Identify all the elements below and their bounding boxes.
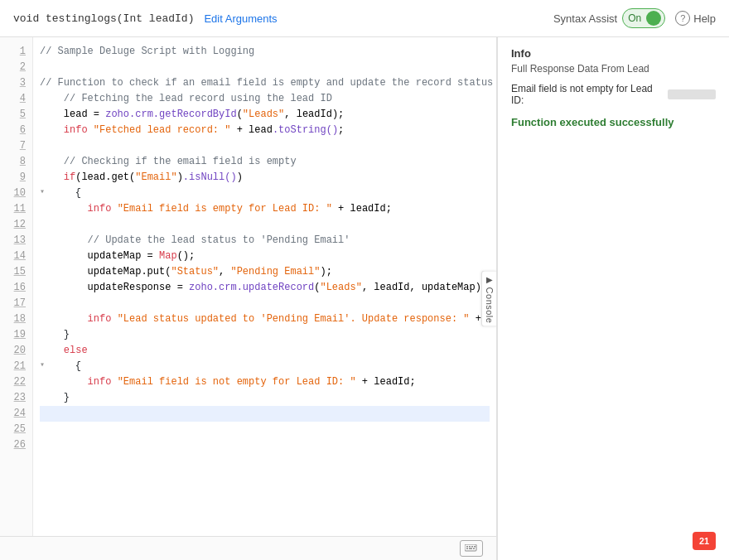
line-number[interactable]: 24 xyxy=(0,406,32,422)
code-line[interactable]: updateMap = Map(); xyxy=(40,249,490,264)
fold-indicator-icon[interactable]: ▾ xyxy=(40,186,50,199)
syntax-assist-toggle[interactable]: On xyxy=(622,8,665,28)
code-line[interactable] xyxy=(40,437,490,453)
console-label: Console xyxy=(485,287,495,323)
line-number[interactable]: 21 xyxy=(0,359,32,374)
function-signature: void testinglogs(Int leadId) xyxy=(13,12,194,25)
code-line[interactable]: // Sample Deluge Script with Logging xyxy=(40,44,490,60)
line-number[interactable]: 14 xyxy=(0,249,32,264)
console-arrow-icon: ▶ xyxy=(486,274,493,283)
line-number[interactable]: 7 xyxy=(0,138,32,154)
syntax-assist-label: Syntax Assist xyxy=(553,12,617,25)
line-numbers: 1234567891011121314151617181920212223242… xyxy=(0,37,33,536)
code-line[interactable]: info "Email field is empty for Lead ID: … xyxy=(40,201,490,217)
code-line[interactable] xyxy=(40,422,490,437)
main-content: 1234567891011121314151617181920212223242… xyxy=(0,37,729,560)
line-number[interactable]: 13 xyxy=(0,233,32,249)
line-number[interactable]: 25 xyxy=(0,422,32,437)
svg-rect-4 xyxy=(474,546,476,548)
top-bar: void testinglogs(Int leadId) Edit Argume… xyxy=(0,0,729,37)
panel-badge: 21 xyxy=(693,532,716,550)
line-number[interactable]: 10 xyxy=(0,186,32,201)
code-line[interactable] xyxy=(40,60,490,75)
line-number[interactable]: 23 xyxy=(0,390,32,406)
help-button[interactable]: ? Help xyxy=(675,11,716,26)
code-line[interactable]: ▾ { xyxy=(40,359,490,374)
svg-rect-7 xyxy=(473,548,475,550)
panel-email-value xyxy=(668,89,716,99)
code-line[interactable]: info "Email field is not empty for Lead … xyxy=(40,374,490,390)
line-number[interactable]: 20 xyxy=(0,343,32,359)
code-line[interactable]: updateResponse = zoho.crm.updateRecord("… xyxy=(40,280,490,296)
svg-rect-3 xyxy=(471,546,473,548)
line-number[interactable]: 26 xyxy=(0,437,32,453)
svg-rect-2 xyxy=(469,546,471,548)
code-line[interactable]: } xyxy=(40,327,490,343)
console-tab[interactable]: ▶ Console xyxy=(481,270,497,327)
panel-email-text: Email field is not empty for Lead ID: xyxy=(511,83,664,106)
line-number[interactable]: 18 xyxy=(0,311,32,327)
line-number[interactable]: 12 xyxy=(0,217,32,233)
code-line[interactable] xyxy=(40,217,490,233)
code-line[interactable]: info "Fetched lead record: " + lead.toSt… xyxy=(40,123,490,138)
edit-arguments-link[interactable]: Edit Arguments xyxy=(204,12,277,25)
keyboard-icon xyxy=(460,540,483,557)
svg-rect-0 xyxy=(465,544,476,551)
svg-rect-1 xyxy=(466,546,468,548)
syntax-assist-control: Syntax Assist On xyxy=(553,8,665,28)
panel-subtitle: Full Response Data From Lead xyxy=(511,63,716,75)
code-line[interactable]: lead = zoho.crm.getRecordById("Leads", l… xyxy=(40,107,490,123)
code-lines: // Sample Deluge Script with Logging// F… xyxy=(33,37,496,536)
line-number[interactable]: 22 xyxy=(0,374,32,390)
panel-title: Info xyxy=(511,47,716,60)
svg-rect-5 xyxy=(466,548,468,550)
help-label: Help xyxy=(693,12,716,25)
line-number[interactable]: 16 xyxy=(0,280,32,296)
fold-indicator-icon[interactable]: ▾ xyxy=(40,359,50,372)
line-number[interactable]: 4 xyxy=(0,91,32,107)
code-line[interactable] xyxy=(40,406,490,422)
line-number[interactable]: 1 xyxy=(0,44,32,60)
line-number[interactable]: 11 xyxy=(0,201,32,217)
code-line[interactable]: // Fetching the lead record using the le… xyxy=(40,91,490,107)
code-editor: 1234567891011121314151617181920212223242… xyxy=(0,37,497,560)
code-line[interactable]: ▾ { xyxy=(40,186,490,201)
code-line[interactable]: else xyxy=(40,343,490,359)
panel-email-line: Email field is not empty for Lead ID: xyxy=(511,83,716,106)
panel-bottom: 21 xyxy=(511,128,716,550)
line-number[interactable]: 19 xyxy=(0,327,32,343)
code-line[interactable] xyxy=(40,138,490,154)
code-line[interactable]: // Update the lead status to 'Pending Em… xyxy=(40,233,490,249)
toggle-knob xyxy=(646,11,661,26)
code-line[interactable] xyxy=(40,296,490,311)
code-line[interactable]: updateMap.put("Status", "Pending Email")… xyxy=(40,264,490,280)
line-number[interactable]: 17 xyxy=(0,296,32,311)
line-number[interactable]: 3 xyxy=(0,75,32,91)
line-number[interactable]: 6 xyxy=(0,123,32,138)
line-number[interactable]: 2 xyxy=(0,60,32,75)
success-message: Function executed successfully xyxy=(511,116,716,128)
code-line[interactable]: } xyxy=(40,390,490,406)
bottom-bar xyxy=(0,536,496,560)
code-line[interactable]: info "Lead status updated to 'Pending Em… xyxy=(40,311,490,327)
line-number[interactable]: 9 xyxy=(0,170,32,186)
code-container[interactable]: 1234567891011121314151617181920212223242… xyxy=(0,37,496,536)
svg-rect-6 xyxy=(469,548,472,550)
right-panel: Info Full Response Data From Lead Email … xyxy=(497,37,729,560)
code-line[interactable]: // Function to check if an email field i… xyxy=(40,75,490,91)
line-number[interactable]: 15 xyxy=(0,264,32,280)
code-line[interactable]: // Checking if the email field is empty xyxy=(40,154,490,170)
toggle-on-label: On xyxy=(626,12,643,24)
code-line[interactable]: if(lead.get("Email").isNull()) xyxy=(40,170,490,186)
console-handle[interactable]: ▶ Console xyxy=(481,270,497,327)
line-number[interactable]: 8 xyxy=(0,154,32,170)
line-number[interactable]: 5 xyxy=(0,107,32,123)
help-circle-icon: ? xyxy=(675,11,690,26)
